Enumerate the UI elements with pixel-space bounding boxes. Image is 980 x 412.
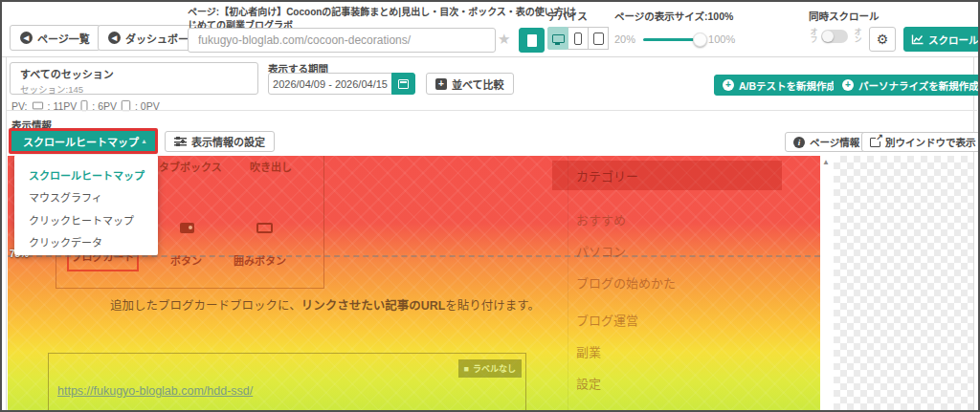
top-toolbar: ◀ ページ一覧 ◀ ダッシュボード ページ:【初心者向け】Cocoonの記事装飾… [2, 2, 978, 57]
display-mode-dropdown[interactable]: スクロールヒートマップ ▲ [11, 131, 155, 151]
new-window-label: 別ウインドウで表示 [885, 135, 976, 149]
pasted-article-link[interactable]: https://fukugyo-bloglab.com/hdd-ssd/ [57, 384, 253, 398]
gear-icon: ⚙ [877, 32, 889, 47]
page-info-button[interactable]: i ページ情報 [785, 132, 868, 152]
plus-square-icon: + [435, 78, 447, 90]
sidebar-category-header: カテゴリー [552, 161, 782, 190]
page-list-button[interactable]: ◀ ページ一覧 [10, 25, 100, 51]
plus-circle-icon: + [842, 79, 854, 91]
no-label-badge: ■ ラベルなし [458, 359, 522, 378]
tablet-icon [593, 33, 604, 45]
session-title: すべてのセッション [20, 66, 248, 81]
sync-scroll-toggle[interactable] [821, 30, 848, 43]
row-separator [7, 110, 977, 111]
compare-label: 並べて比較 [452, 76, 504, 92]
sidebar-category-title: カテゴリー [576, 166, 638, 184]
chart-icon [911, 34, 924, 45]
favorite-star-icon[interactable]: ★ [498, 32, 510, 46]
device-section-label: デバイス [547, 9, 588, 23]
page-list-label: ページ一覧 [37, 31, 90, 46]
scroll-data-button[interactable]: スクロールデータ [903, 27, 980, 52]
personalize-create-button[interactable]: + パーソナライズを新規作成 [834, 75, 980, 96]
desktop-icon [33, 102, 43, 110]
paragraph-bold: リンクさせたい記事のURL [301, 299, 446, 313]
display-mode-highlight: スクロールヒートマップ ▲ [9, 128, 158, 154]
device-phone-button[interactable] [568, 27, 589, 50]
button-block-icon [180, 223, 194, 233]
external-arrow-glyph: ↗ [876, 133, 883, 141]
blogcard-url-block: ■ ラベルなし https://fukugyo-bloglab.com/hdd-… [48, 353, 526, 410]
compare-button[interactable]: + 並べて比較 [426, 73, 514, 95]
paragraph-prefix: 追加したブログカードブロックに、 [110, 299, 301, 313]
no-label-text: ラベルなし [473, 362, 516, 375]
session-selector[interactable]: すべてのセッション セッション:145 [10, 62, 258, 95]
speech-bubble-label: 吹き出し [250, 159, 292, 174]
device-desktop-button[interactable] [547, 27, 568, 50]
open-new-window-button[interactable]: ↗ 別ウインドウで表示 [861, 132, 980, 152]
menu-item-click-data[interactable]: クリックデータ [14, 231, 158, 254]
display-mode-menu: スクロールヒートマップ マウスグラフィ クリックヒートマップ クリックデータ [14, 155, 158, 255]
back-circle-icon: ◀ [20, 32, 33, 44]
content-sidebar-divider [568, 156, 568, 410]
scroll-data-label: スクロールデータ [928, 33, 980, 47]
sidebar-item-settei[interactable]: 設定 [576, 374, 601, 392]
sidebar-item-osusume[interactable]: おすすめ [576, 210, 626, 228]
toggle-knob [822, 31, 834, 42]
zoom-slider-knob[interactable] [693, 33, 707, 47]
display-mode-value: スクロールヒートマップ [23, 134, 139, 149]
checkbox-square-icon: ■ [464, 364, 469, 374]
ab-test-create-button[interactable]: + A/Bテストを新規作成 [714, 75, 845, 96]
display-settings-label: 表示情報の設定 [191, 134, 265, 149]
desktop-icon [552, 34, 565, 43]
sync-scroll-label: 同時スクロール [809, 9, 880, 23]
calendar-button[interactable] [391, 73, 415, 95]
frame-button-block-icon [256, 223, 273, 233]
document-icon [527, 34, 537, 47]
scroll-depth-line [8, 255, 820, 257]
info-icon: i [793, 137, 805, 148]
menu-item-scroll-heatmap[interactable]: スクロールヒートマップ [14, 163, 158, 186]
plus-circle-icon: + [723, 79, 734, 91]
display-settings-button[interactable]: 表示情報の設定 [165, 131, 275, 152]
empty-transparency-area [834, 156, 973, 410]
page-info-label: ページ情報 [810, 135, 859, 149]
zoom-max-label: 100% [708, 33, 735, 45]
sync-on-label: オン [853, 28, 860, 43]
zoom-section-label: ページの表示サイズ:100% [614, 9, 733, 23]
heatmap-analytics-app: ◀ ページ一覧 ◀ ダッシュボード ページ:【初心者向け】Cocoonの記事装飾… [0, 0, 980, 412]
personalize-label: パーソナライズを新規作成 [858, 78, 979, 93]
ab-test-label: A/Bテストを新規作成 [739, 78, 836, 93]
paragraph-suffix: を貼り付けます。 [445, 299, 540, 313]
settings-gear-button[interactable]: ⚙ [869, 27, 896, 52]
date-range-input[interactable] [268, 73, 392, 95]
page-url-input[interactable] [188, 28, 496, 53]
menu-item-click-heatmap[interactable]: クリックヒートマップ [14, 208, 158, 231]
sidebar-item-pasokon[interactable]: パソコン [576, 242, 626, 260]
caret-up-icon: ▲ [141, 138, 147, 144]
zoom-slider-row: 20% 100% [614, 33, 735, 45]
phone-icon [574, 33, 582, 45]
sidebar-item-blog-start[interactable]: ブログの始めかた [576, 273, 676, 292]
sidebar-item-fukugyo[interactable]: 副業 [576, 342, 601, 360]
back-circle-icon: ◀ [108, 32, 121, 44]
device-tablet-button[interactable] [588, 27, 609, 50]
zoom-slider[interactable] [643, 38, 701, 41]
device-switcher [547, 27, 609, 50]
zoom-min-label: 20% [614, 33, 635, 45]
page-document-button[interactable] [519, 28, 545, 53]
session-count: セッション:145 [20, 82, 248, 96]
menu-item-mouse-graphy[interactable]: マウスグラフィ [14, 186, 158, 209]
sliders-icon [174, 137, 187, 146]
sidebar-item-blog-unei[interactable]: ブログ運営 [576, 311, 638, 329]
external-link-icon: ↗ [870, 138, 880, 147]
instruction-paragraph: 追加したブログカードブロックに、リンクさせたい記事のURLを貼り付けます。 [110, 295, 540, 314]
sync-off-label: オフ [809, 28, 816, 43]
tab-box-label: タブボックス [159, 159, 222, 174]
sync-scroll-control: オフ オン [809, 28, 860, 43]
calendar-icon [398, 79, 409, 89]
scrollbar-up-arrow[interactable]: ▲ [822, 158, 830, 166]
